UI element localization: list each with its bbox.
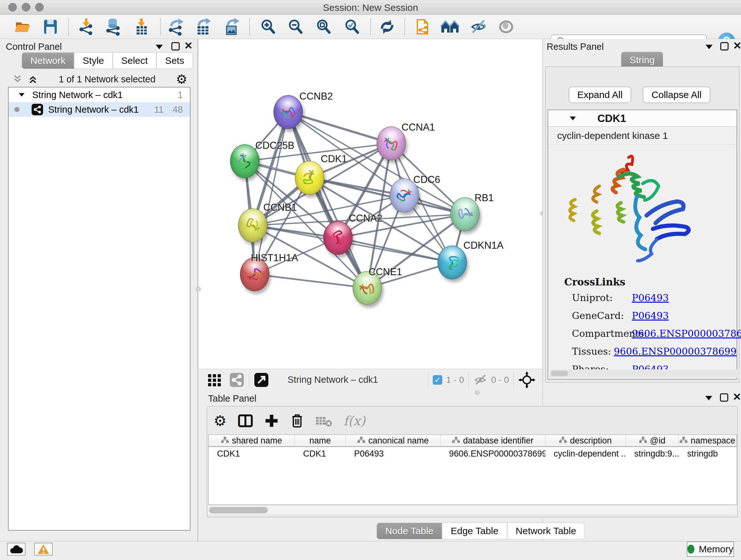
table-hscrollbar[interactable]	[208, 505, 737, 514]
tab-node-table[interactable]: Node Table	[377, 523, 442, 539]
tab-edge-table[interactable]: Edge Table	[442, 523, 507, 539]
cloud-button[interactable]	[7, 543, 25, 556]
tab-sets[interactable]: Sets	[156, 52, 193, 69]
network-view-share-icon[interactable]	[229, 372, 245, 388]
cell[interactable]: 9606.ENSP00000378699	[441, 447, 545, 460]
column-header-description[interactable]: description	[545, 435, 626, 446]
network-from-document-icon[interactable]	[412, 17, 433, 37]
zoom-selected-icon[interactable]	[342, 17, 362, 37]
detach-view-icon[interactable]	[254, 372, 269, 388]
panel-float-icon[interactable]	[720, 42, 729, 51]
collapse-all-chevron-icon[interactable]	[12, 74, 23, 84]
delete-column-icon[interactable]	[290, 413, 305, 429]
column-header-namespace[interactable]: namespace	[679, 435, 737, 446]
tab-style[interactable]: Style	[74, 52, 113, 69]
column-header-name[interactable]: name	[295, 435, 346, 446]
import-network-from-file-icon[interactable]	[76, 17, 97, 37]
tab-string[interactable]: String	[621, 52, 663, 68]
tab-network-table[interactable]: Network Table	[507, 523, 585, 539]
crosslink-link[interactable]: P06493	[632, 310, 669, 321]
crosslink-link[interactable]: 9606.ENSP00000378699	[614, 346, 737, 357]
results-hscroll-thumb[interactable]	[551, 371, 568, 376]
tab-network[interactable]: Network	[22, 52, 74, 69]
crosslink-link[interactable]: P06493	[632, 292, 669, 303]
column-header-databaseidentifier[interactable]: database identifier	[441, 435, 545, 446]
show-columns-icon[interactable]	[238, 413, 253, 429]
expand-all-button[interactable]: Expand All	[569, 86, 631, 103]
table-header-row: shared namenamecanonical namedatabase id…	[209, 435, 737, 447]
column-label: name	[309, 436, 331, 446]
network-options-gear-icon[interactable]: ⚙	[176, 72, 187, 86]
fit-crosshair-icon[interactable]	[518, 371, 536, 388]
graphics-details-eye-icon[interactable]	[496, 17, 516, 37]
column-header-sharedname[interactable]: shared name	[209, 435, 295, 446]
open-session-icon[interactable]	[12, 17, 32, 37]
cdk1-collapse-caret-icon[interactable]	[570, 117, 576, 120]
node-ccnb2[interactable]	[273, 95, 303, 129]
houses-icon[interactable]	[440, 17, 461, 37]
network-collection-row[interactable]: String Network – cdk1 1	[9, 87, 190, 102]
panel-menu-caret-icon[interactable]	[705, 396, 712, 400]
node-label-ccne1: CCNE1	[368, 266, 402, 278]
warning-button[interactable]	[34, 543, 53, 556]
import-network-from-database-icon[interactable]	[103, 17, 124, 37]
results-hscrollbar[interactable]	[550, 369, 740, 378]
column-header-canonicalname[interactable]: canonical name	[346, 435, 441, 446]
tab-select[interactable]: Select	[113, 52, 156, 69]
grid-view-icon[interactable]	[207, 372, 223, 388]
hide-eye-slash-icon[interactable]	[468, 17, 488, 37]
protein-ribbon-thumbnail	[382, 133, 401, 153]
delete-table-icon[interactable]	[315, 415, 333, 427]
node-ccna2[interactable]	[323, 221, 353, 255]
hidden-eye-slash-icon[interactable]	[473, 374, 488, 386]
panel-close-icon[interactable]: ✕	[184, 42, 193, 50]
node-ccnb1[interactable]	[238, 208, 267, 242]
export-network-icon[interactable]	[165, 17, 186, 37]
node-table[interactable]: shared namenamecanonical namedatabase id…	[208, 435, 737, 505]
cell[interactable]: stringdb:9...	[626, 447, 679, 460]
panel-close-icon[interactable]: ✕	[733, 393, 741, 401]
node-cdkn1a[interactable]	[437, 246, 467, 279]
zoom-out-icon[interactable]	[285, 17, 306, 37]
selected-checkbox-icon[interactable]: ✓	[433, 375, 442, 385]
collection-expand-caret-icon[interactable]	[19, 93, 24, 97]
export-image-icon[interactable]	[221, 17, 242, 37]
panel-float-icon[interactable]	[172, 42, 180, 51]
cell[interactable]: cyclin-dependent ...	[545, 447, 626, 460]
zoom-fit-icon[interactable]	[313, 17, 334, 37]
table-hscroll-thumb[interactable]	[209, 507, 268, 513]
import-table-from-file-icon[interactable]	[131, 17, 152, 37]
status-bar: Memory	[0, 541, 741, 560]
network-selector-bar: 1 of 1 Network selected ⚙	[0, 72, 198, 86]
panel-menu-caret-icon[interactable]	[156, 45, 163, 49]
collapse-all-button[interactable]: Collapse All	[643, 86, 711, 103]
crosslink-row: Uniprot:P06493	[572, 292, 737, 303]
panel-menu-caret-icon[interactable]	[705, 45, 713, 49]
cell[interactable]: CDK1	[295, 447, 346, 460]
column-label: namespace	[690, 436, 735, 446]
crosslink-link[interactable]: 9606.ENSP00000378699	[632, 328, 741, 339]
hidden-counts: 0 - 0	[491, 375, 509, 385]
cdk1-card-header[interactable]: CDK1	[548, 110, 737, 127]
add-column-icon[interactable]	[264, 414, 279, 428]
network-row[interactable]: String Network – cdk1 11 48	[9, 102, 190, 117]
cell[interactable]: P06493	[346, 447, 441, 460]
network-canvas[interactable]: CCNB2CCNA1CDC25BCDK1CDC6RB1CCNB1CCNA2CDK…	[199, 39, 542, 369]
expand-all-chevron-icon[interactable]	[27, 74, 38, 84]
left-splitter-handle[interactable]	[196, 287, 201, 292]
refresh-icon[interactable]	[377, 17, 397, 37]
cell[interactable]: stringdb	[679, 447, 737, 460]
cell[interactable]: CDK1	[209, 447, 295, 460]
zoom-in-icon[interactable]	[258, 17, 278, 37]
column-header-id[interactable]: @id	[626, 435, 679, 446]
memory-button[interactable]: Memory	[687, 542, 734, 557]
panel-close-icon[interactable]: ✕	[733, 42, 741, 50]
save-session-icon[interactable]	[40, 17, 61, 37]
function-builder-icon[interactable]: f(x)	[343, 414, 365, 428]
node-cdk1[interactable]	[295, 161, 324, 195]
panel-float-icon[interactable]	[720, 393, 728, 401]
table-settings-gear-icon[interactable]: ⚙	[213, 412, 226, 429]
table-row[interactable]: CDK1CDK1P064939606.ENSP00000378699cyclin…	[209, 447, 737, 460]
tree-column-icon	[559, 436, 567, 446]
export-table-icon[interactable]	[193, 17, 213, 37]
